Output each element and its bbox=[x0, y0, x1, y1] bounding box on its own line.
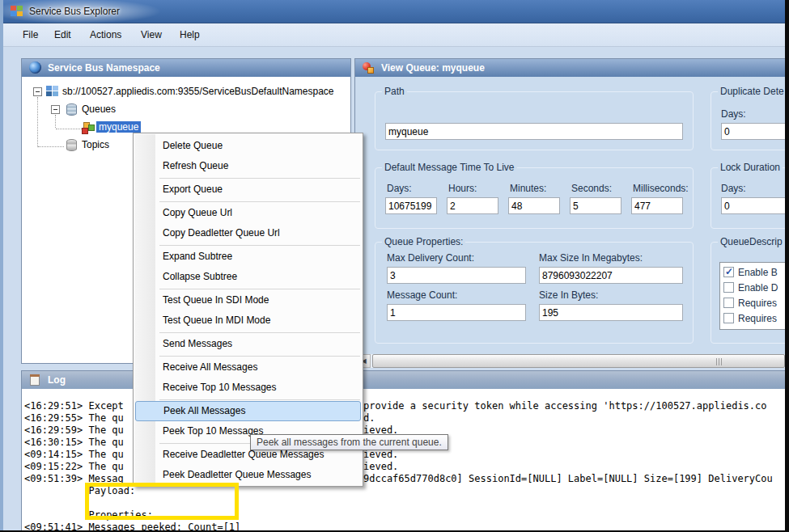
size-in-bytes-input[interactable] bbox=[539, 304, 683, 321]
log-line: ieved. bbox=[363, 461, 398, 472]
path-group-label: Path bbox=[382, 86, 407, 97]
menu-item-delete-queue[interactable]: Delete Queue bbox=[135, 136, 361, 156]
queues-icon bbox=[66, 103, 77, 116]
log-line: <16:30:15> The qu bbox=[24, 437, 124, 448]
annotation-highlight-box bbox=[85, 483, 239, 520]
ttl-group-label: Default Message Time To Live bbox=[382, 162, 517, 173]
queue-description-label: QueueDescrip bbox=[718, 236, 785, 247]
menu-view[interactable]: View bbox=[141, 29, 162, 40]
tooltip: Peek all messages from the current queue… bbox=[250, 434, 448, 450]
duplicate-detection-group: Duplicate Dete Days: bbox=[711, 91, 785, 150]
menu-item-refresh-queue[interactable]: Refresh Queue bbox=[135, 156, 361, 176]
scrollbar-grip-icon bbox=[716, 358, 723, 365]
app-icon bbox=[11, 6, 23, 17]
ttl-milliseconds-input[interactable] bbox=[631, 197, 683, 214]
log-line: ieved. bbox=[363, 449, 398, 460]
log-line: 9dccaf65d770d8c0] SessionId=[NULL] Label… bbox=[363, 473, 773, 484]
globe-icon bbox=[29, 61, 41, 74]
topics-icon bbox=[66, 139, 77, 151]
checkbox-label: Requires bbox=[738, 313, 777, 324]
menu-item-test-queue-sdi[interactable]: Test Queue In SDI Mode bbox=[135, 290, 361, 310]
screenshot-edge bbox=[785, 0, 789, 532]
tree-node-namespace[interactable]: sb://100527.appliedis.com:9355/ServiceBu… bbox=[22, 83, 350, 101]
menu-item-export-queue[interactable]: Export Queue bbox=[135, 179, 361, 200]
title-bar[interactable]: Service Bus Explorer bbox=[3, 0, 785, 23]
max-delivery-count-label: Max Delivery Count: bbox=[387, 252, 474, 264]
log-line: provide a security token while accessing… bbox=[363, 400, 767, 412]
menu-item-peek-all-messages[interactable]: Peek All Messages bbox=[135, 401, 361, 421]
menu-item-send-messages[interactable]: Send Messages bbox=[135, 334, 361, 354]
log-icon bbox=[30, 374, 40, 386]
checkbox-label: Enable D bbox=[738, 282, 778, 293]
checkbox-icon[interactable] bbox=[723, 313, 734, 323]
log-panel-title: Log bbox=[48, 374, 66, 386]
window-title: Service Bus Explorer bbox=[29, 6, 120, 17]
max-delivery-count-input[interactable] bbox=[387, 267, 526, 284]
tree-node-namespace-label[interactable]: sb://100527.appliedis.com:9355/ServiceBu… bbox=[62, 86, 334, 97]
tree-node-queues-label[interactable]: Queues bbox=[82, 103, 116, 115]
ttl-seconds-label: Seconds: bbox=[571, 183, 612, 194]
log-line: <09:14:15> The qu bbox=[24, 449, 124, 460]
horizontal-scrollbar[interactable]: ◀ bbox=[357, 354, 785, 368]
size-in-bytes-label: Size In Bytes: bbox=[539, 289, 598, 301]
ttl-minutes-input[interactable] bbox=[508, 197, 560, 214]
queue-properties-group: Queue Properties: Max Delivery Count: Ma… bbox=[375, 242, 694, 344]
ttl-hours-label: Hours: bbox=[448, 183, 477, 194]
checkbox-checked-icon[interactable] bbox=[723, 267, 734, 277]
ttl-milliseconds-label: Milliseconds: bbox=[633, 183, 689, 194]
menu-edit[interactable]: Edit bbox=[54, 29, 71, 40]
view-queue-title: View Queue: myqueue bbox=[381, 62, 485, 74]
view-queue-panel: View Queue: myqueue Path Duplicate Dete … bbox=[354, 58, 785, 368]
message-count-input[interactable] bbox=[387, 304, 526, 321]
tree-node-queues[interactable]: Queues bbox=[22, 101, 350, 119]
checkbox-icon[interactable] bbox=[723, 298, 734, 308]
menu-item-receive-all-messages[interactable]: Receive All Messages bbox=[135, 357, 361, 378]
queue-view-icon bbox=[363, 62, 375, 74]
menu-item-receive-top-10-messages[interactable]: Receive Top 10 Messages bbox=[135, 378, 361, 398]
tree-node-topics-label[interactable]: Topics bbox=[82, 139, 109, 150]
lock-duration-group: Lock Duration Days: bbox=[711, 167, 785, 229]
ttl-days-input[interactable] bbox=[385, 197, 437, 214]
duplicate-days-input[interactable] bbox=[721, 123, 785, 140]
ttl-group: Default Message Time To Live Days: Hours… bbox=[375, 167, 694, 229]
scrollbar-thumb[interactable] bbox=[372, 354, 785, 368]
path-input[interactable] bbox=[385, 123, 683, 140]
menu-actions[interactable]: Actions bbox=[90, 29, 121, 40]
collapse-toggle-icon[interactable] bbox=[51, 105, 60, 114]
queue-properties-label: Queue Properties: bbox=[382, 236, 465, 247]
max-size-input[interactable] bbox=[539, 267, 683, 284]
menu-item-collapse-subtree[interactable]: Collapse Subtree bbox=[135, 267, 361, 287]
view-queue-header: View Queue: myqueue bbox=[355, 59, 785, 77]
namespace-panel-header: Service Bus Namespace bbox=[22, 59, 350, 77]
menu-item-test-queue-mdi[interactable]: Test Queue In MDI Mode bbox=[135, 310, 361, 331]
menu-item-expand-subtree[interactable]: Expand Subtree bbox=[135, 247, 361, 267]
log-line: <16:29:51> Except bbox=[24, 400, 124, 412]
duplicate-days-label: Days: bbox=[721, 108, 746, 120]
checkbox-label: Enable B bbox=[738, 267, 778, 278]
lock-days-label: Days: bbox=[721, 183, 746, 194]
log-line: <16:29:55> The qu bbox=[24, 412, 124, 424]
tree-node-myqueue-label[interactable]: myqueue bbox=[96, 121, 141, 133]
message-count-label: Message Count: bbox=[387, 289, 457, 301]
lock-duration-label: Lock Duration bbox=[718, 162, 783, 173]
menu-help[interactable]: Help bbox=[180, 29, 200, 40]
menu-bar: File Edit Actions View Help bbox=[3, 23, 785, 47]
namespace-panel-title: Service Bus Namespace bbox=[48, 62, 160, 74]
queue-description-checklist: Enable B Enable D Requires Requires bbox=[719, 262, 785, 330]
queue-description-group: QueueDescrip Enable B Enable D Requires … bbox=[711, 242, 785, 344]
queue-icon bbox=[82, 121, 95, 134]
checkbox-icon[interactable] bbox=[723, 282, 734, 293]
menu-item-copy-deadletter-queue-url[interactable]: Copy Deadletter Queue Url bbox=[135, 223, 361, 243]
log-line: <16:29:59> The qu bbox=[24, 424, 124, 436]
namespace-icon bbox=[46, 86, 58, 97]
ttl-minutes-label: Minutes: bbox=[510, 183, 546, 194]
collapse-toggle-icon[interactable] bbox=[33, 87, 42, 96]
log-line: <09:15:22> The qu bbox=[24, 461, 124, 472]
path-group: Path bbox=[375, 91, 694, 150]
ttl-hours-input[interactable] bbox=[447, 197, 498, 214]
menu-file[interactable]: File bbox=[23, 29, 38, 40]
lock-days-input[interactable] bbox=[721, 197, 785, 214]
ttl-seconds-input[interactable] bbox=[570, 197, 621, 214]
duplicate-detection-label: Duplicate Dete bbox=[718, 86, 785, 97]
menu-item-copy-queue-url[interactable]: Copy Queue Url bbox=[135, 203, 361, 223]
